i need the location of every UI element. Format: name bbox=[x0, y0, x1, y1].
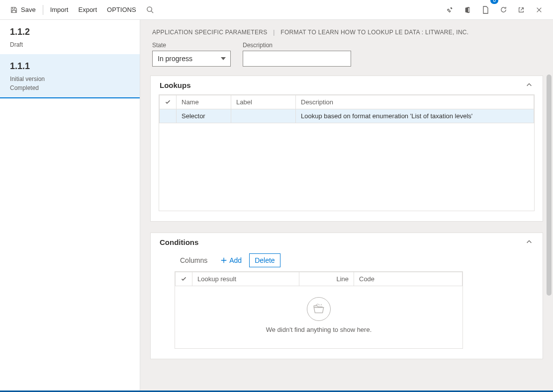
connect-button[interactable] bbox=[441, 0, 459, 20]
cell-label bbox=[231, 109, 296, 123]
version-desc: Initial version bbox=[10, 75, 132, 83]
export-button[interactable]: Export bbox=[73, 0, 102, 20]
version-title: 1.1.2 bbox=[10, 27, 132, 37]
lookups-panel: Lookups Name bbox=[150, 76, 543, 222]
state-select[interactable]: In progress bbox=[152, 51, 231, 67]
import-button[interactable]: Import bbox=[45, 0, 74, 20]
plug-icon bbox=[446, 6, 454, 14]
delete-label: Delete bbox=[255, 256, 275, 264]
description-label: Description bbox=[243, 42, 351, 49]
version-status: Completed bbox=[10, 83, 132, 92]
toolbar-separator bbox=[43, 5, 43, 15]
plus-icon bbox=[220, 257, 227, 264]
document-icon bbox=[481, 6, 489, 14]
scrollbar[interactable] bbox=[547, 75, 552, 296]
col-label[interactable]: Label bbox=[231, 95, 296, 109]
empty-folder-icon bbox=[307, 297, 331, 321]
breadcrumb-part: APPLICATION SPECIFIC PARAMETERS bbox=[152, 29, 268, 36]
select-all-header[interactable] bbox=[176, 272, 192, 286]
close-button[interactable] bbox=[530, 0, 548, 20]
table-row[interactable]: Selector Lookup based on format enumerat… bbox=[160, 109, 534, 123]
conditions-toolbar: Columns Add Delete bbox=[159, 251, 535, 271]
columns-button[interactable]: Columns bbox=[175, 253, 213, 267]
breadcrumb-separator: | bbox=[273, 29, 275, 36]
export-label: Export bbox=[78, 6, 97, 13]
close-icon bbox=[535, 6, 543, 14]
save-icon bbox=[10, 6, 18, 14]
version-sidebar: 1.1.2 Draft 1.1.1 Initial version Comple… bbox=[0, 20, 140, 391]
col-line[interactable]: Line bbox=[299, 272, 354, 286]
refresh-icon bbox=[499, 6, 507, 14]
popout-button[interactable] bbox=[512, 0, 530, 20]
breadcrumb-part: FORMAT TO LEARN HOW TO LOOKUP LE DATA : … bbox=[280, 29, 468, 36]
conditions-title: Conditions bbox=[160, 238, 198, 246]
version-item[interactable]: 1.1.1 Initial version Completed bbox=[0, 54, 140, 98]
empty-state: We didn't find anything to show here. bbox=[175, 286, 462, 348]
empty-message: We didn't find anything to show here. bbox=[175, 326, 462, 333]
add-button[interactable]: Add bbox=[215, 253, 247, 267]
options-label: OPTIONS bbox=[107, 6, 136, 13]
cell-name: Selector bbox=[177, 109, 231, 123]
col-lookup-result[interactable]: Lookup result bbox=[192, 272, 299, 286]
lookups-header[interactable]: Lookups bbox=[151, 76, 543, 94]
search-icon bbox=[146, 6, 154, 14]
svg-point-0 bbox=[147, 7, 152, 11]
breadcrumb: APPLICATION SPECIFIC PARAMETERS | FORMAT… bbox=[140, 20, 553, 39]
conditions-header[interactable]: Conditions bbox=[151, 233, 543, 251]
options-button[interactable]: OPTIONS bbox=[102, 0, 141, 20]
save-button[interactable]: Save bbox=[5, 0, 41, 20]
svg-line-1 bbox=[151, 11, 153, 13]
col-name[interactable]: Name bbox=[177, 95, 231, 109]
office-button[interactable] bbox=[459, 0, 476, 20]
save-label: Save bbox=[21, 6, 36, 13]
version-item[interactable]: 1.1.2 Draft bbox=[0, 20, 140, 54]
office-icon bbox=[463, 6, 471, 14]
version-title: 1.1.1 bbox=[10, 61, 132, 72]
lookups-grid: Name Label Description Selector bbox=[159, 94, 535, 211]
chevron-up-icon bbox=[526, 81, 534, 89]
add-label: Add bbox=[229, 256, 242, 264]
description-field: Description bbox=[243, 42, 351, 67]
chevron-up-icon bbox=[526, 238, 534, 246]
conditions-panel: Conditions Columns Add De bbox=[150, 233, 543, 359]
columns-label: Columns bbox=[180, 256, 207, 264]
state-field: State In progress bbox=[152, 42, 231, 67]
col-code[interactable]: Code bbox=[354, 272, 462, 286]
lookups-title: Lookups bbox=[160, 81, 191, 89]
content-pane: APPLICATION SPECIFIC PARAMETERS | FORMAT… bbox=[140, 20, 553, 391]
conditions-grid: Lookup result Line Code We didn't find a… bbox=[175, 271, 463, 349]
import-label: Import bbox=[50, 6, 69, 13]
select-all-header[interactable] bbox=[160, 95, 177, 109]
search-button[interactable] bbox=[141, 0, 159, 20]
state-label: State bbox=[152, 42, 231, 49]
notifications-button[interactable]: 0 bbox=[476, 0, 494, 20]
version-status: Draft bbox=[10, 40, 132, 49]
description-input[interactable] bbox=[243, 51, 351, 67]
col-description[interactable]: Description bbox=[296, 95, 534, 109]
row-selector[interactable] bbox=[160, 109, 177, 123]
popout-icon bbox=[517, 6, 525, 14]
delete-button[interactable]: Delete bbox=[249, 253, 280, 267]
cell-description: Lookup based on format enumeration 'List… bbox=[296, 109, 534, 123]
top-toolbar: Save Import Export OPTIONS 0 bbox=[0, 0, 553, 20]
